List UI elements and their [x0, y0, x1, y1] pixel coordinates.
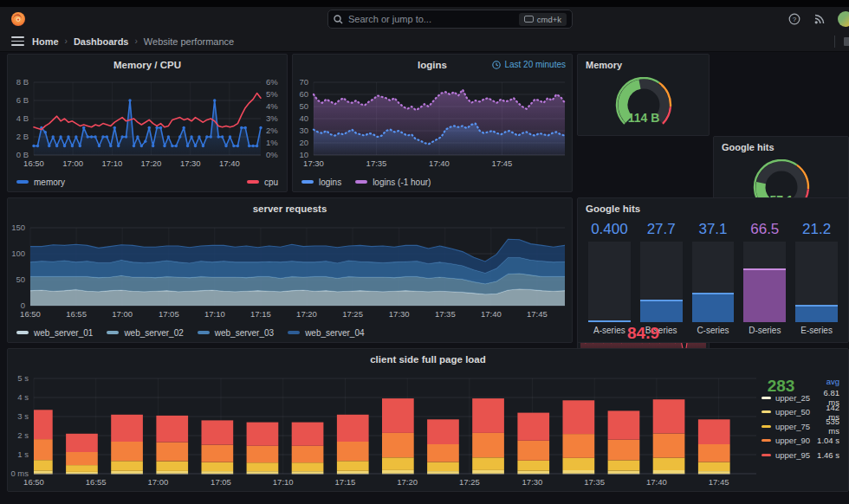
legend-swatch [198, 331, 210, 334]
svg-text:6 B: 6 B [16, 95, 29, 105]
panel-page-load: client side full page load 0 ms1 s2 s3 s… [7, 348, 849, 492]
legend-item-memory[interactable]: memory [16, 178, 65, 187]
svg-text:1 s: 1 s [17, 449, 29, 459]
search-input[interactable]: Search or jump to... cmd+k [327, 10, 573, 29]
window-top-strip [0, 0, 849, 7]
search-icon [334, 15, 343, 24]
svg-text:17:40: 17:40 [481, 309, 502, 319]
svg-text:2%: 2% [266, 126, 278, 135]
memory-cpu-chart[interactable]: 0 B2 B4 B6 B8 B0%1%2%3%4%5%6%16:5017:001… [8, 75, 287, 172]
panel-memory-cpu: Memory / CPU 0 B2 B4 B6 B8 B0%1%2%3%4%5%… [7, 54, 288, 192]
bar-gauge-fill [640, 300, 683, 322]
breadcrumb-current-dashboard[interactable]: Website performance [144, 36, 234, 47]
panel-title[interactable]: Google hits [578, 198, 848, 217]
rss-news-icon[interactable] [813, 13, 826, 26]
svg-text:2 B: 2 B [16, 132, 29, 141]
svg-text:50: 50 [299, 101, 308, 111]
svg-text:17:10: 17:10 [273, 477, 294, 487]
legend-item-web-server-03[interactable]: web_server_03 [198, 328, 274, 338]
user-avatar[interactable] [838, 11, 849, 27]
legend-item-upper_90[interactable]: upper_901.04 s [762, 434, 839, 449]
svg-text:17:40: 17:40 [219, 158, 240, 168]
legend-item-web-server-02[interactable]: web_server_02 [107, 328, 183, 338]
svg-text:17:00: 17:00 [62, 158, 83, 168]
bar-gauge-b-series[interactable]: 27.7B-series [640, 219, 683, 337]
bar-gauge-value: 27.7 [640, 219, 683, 242]
bar-gauge-track [795, 242, 838, 322]
panel-logins: logins Last 20 minutes 1020304050607017:… [292, 54, 573, 192]
breadcrumb-dashboards[interactable]: Dashboards [74, 36, 129, 47]
legend-item-web-server-01[interactable]: web_server_01 [16, 328, 93, 338]
svg-text:17:35: 17:35 [584, 477, 605, 487]
logins-chart[interactable]: 1020304050607017:3017:3517:4017:45 [293, 75, 572, 172]
panel-title[interactable]: client side full page load [8, 349, 848, 370]
legend-swatch [762, 397, 771, 399]
svg-text:17:15: 17:15 [335, 477, 356, 487]
svg-text:17:20: 17:20 [397, 477, 418, 487]
panel-title[interactable]: Memory / CPU [8, 55, 287, 75]
legend-swatch [288, 331, 300, 334]
svg-text:60: 60 [299, 89, 308, 99]
memory-cpu-legend: memory cpu [8, 172, 287, 191]
legend-swatch [762, 454, 771, 456]
bar-gauge-d-series[interactable]: 66.5D-series [743, 219, 786, 337]
legend-item-logins[interactable]: logins [301, 178, 341, 187]
svg-text:5 s: 5 s [17, 373, 29, 383]
panel-title[interactable]: logins Last 20 minutes [293, 55, 572, 75]
memory-gauge[interactable]: 114 B [578, 74, 709, 133]
svg-text:17:05: 17:05 [159, 309, 179, 319]
legend-item-web-server-04[interactable]: web_server_04 [288, 328, 364, 338]
page-load-chart[interactable]: 0 ms1 s2 s3 s4 s5 s16:5016:5517:0017:051… [8, 370, 762, 491]
svg-text:17:40: 17:40 [646, 477, 667, 487]
legend-item-upper_75[interactable]: upper_75535 ms [762, 419, 839, 434]
server-requests-chart[interactable]: 05010015016:5016:5517:0017:0517:1017:151… [8, 219, 572, 323]
breadcrumb-home[interactable]: Home [32, 36, 59, 47]
svg-text:16:50: 16:50 [20, 309, 41, 319]
svg-text:17:25: 17:25 [342, 309, 363, 319]
panel-time-range-badge[interactable]: Last 20 minutes [492, 55, 566, 75]
help-icon[interactable]: ? [787, 13, 800, 26]
bar-gauge-value: 66.5 [743, 219, 786, 242]
partial-toolbar-icon[interactable] [844, 37, 849, 46]
svg-text:114 B: 114 B [627, 111, 659, 125]
svg-text:4%: 4% [266, 101, 278, 111]
panel-title[interactable]: server requests [8, 198, 572, 219]
legend-item-upper_95[interactable]: upper_951.46 s [762, 448, 839, 462]
svg-text:3 s: 3 s [17, 411, 29, 421]
legend-item-logins-1-hour[interactable]: logins (-1 hour) [355, 178, 431, 187]
svg-text:17:40: 17:40 [429, 158, 450, 168]
svg-text:70: 70 [299, 77, 308, 87]
svg-text:150: 150 [11, 223, 25, 232]
svg-text:17:10: 17:10 [101, 158, 122, 168]
search-shortcut-badge: cmd+k [519, 13, 567, 26]
svg-text:4 B: 4 B [16, 113, 29, 123]
svg-text:?: ? [792, 16, 796, 23]
grafana-logo-icon[interactable] [10, 11, 26, 27]
svg-text:17:45: 17:45 [527, 309, 548, 319]
svg-text:17:35: 17:35 [366, 158, 387, 168]
panel-memory-gauge: Memory 114 B [577, 54, 710, 136]
bar-gauge-value: 37.1 [692, 219, 735, 242]
breadcrumb-bar-right [834, 35, 849, 48]
bar-gauge-value: 21.2 [795, 219, 838, 242]
server-requests-legend: web_server_01 web_server_02 web_server_0… [8, 323, 572, 342]
legend-swatch [762, 410, 771, 413]
svg-text:16:50: 16:50 [23, 158, 44, 168]
legend-swatch [762, 439, 771, 442]
chevron-right-icon: › [65, 36, 68, 46]
bar-gauge-e-series[interactable]: 21.2E-series [795, 219, 838, 337]
svg-text:40: 40 [299, 113, 308, 123]
panel-title[interactable]: Google hits [722, 142, 774, 152]
menu-toggle-icon[interactable] [11, 35, 24, 48]
bar-gauge-fill [743, 268, 786, 322]
keyboard-icon [524, 16, 534, 23]
bar-gauge-a-series[interactable]: 0.400A-series [588, 219, 631, 337]
bar-gauge-c-series[interactable]: 37.1C-series [692, 219, 735, 337]
svg-text:17:45: 17:45 [492, 158, 513, 168]
svg-text:17:30: 17:30 [522, 477, 543, 487]
svg-text:30: 30 [299, 126, 308, 135]
bar-gauge-value: 0.400 [588, 219, 631, 242]
bar-gauge-fill [692, 293, 735, 323]
legend-item-cpu[interactable]: cpu [247, 178, 278, 187]
panel-title[interactable]: Memory [586, 60, 622, 70]
